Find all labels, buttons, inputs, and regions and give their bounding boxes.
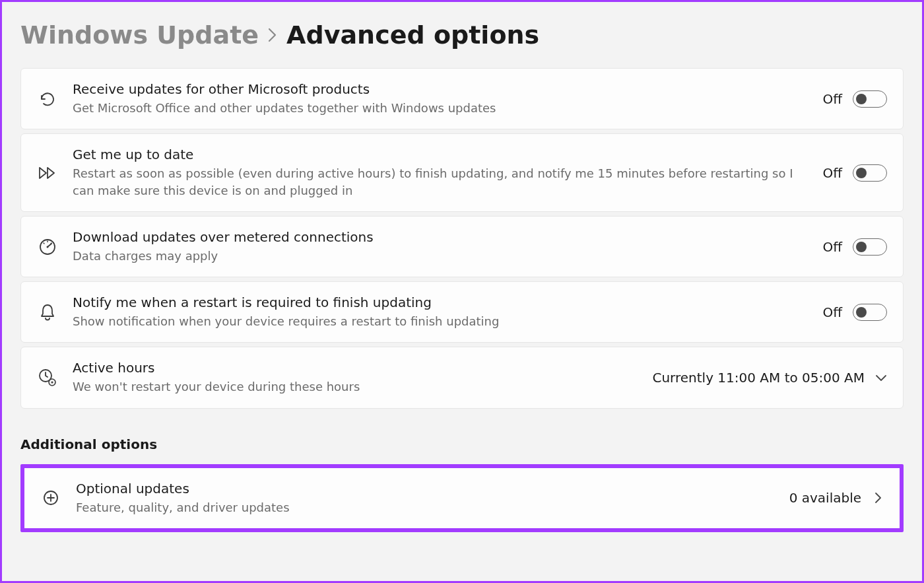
active-hours-value: Currently 11:00 AM to 05:00 AM xyxy=(652,370,865,386)
setting-title: Receive updates for other Microsoft prod… xyxy=(73,81,809,98)
bell-icon xyxy=(37,302,58,323)
setting-row-receive-updates: Receive updates for other Microsoft prod… xyxy=(20,68,904,129)
setting-row-get-up-to-date: Get me up to date Restart as soon as pos… xyxy=(20,133,904,212)
toggle-get-up-to-date[interactable] xyxy=(853,164,887,182)
plus-circle-icon xyxy=(40,487,61,508)
setting-description: Get Microsoft Office and other updates t… xyxy=(73,100,809,117)
section-heading-additional: Additional options xyxy=(20,436,904,452)
setting-title: Get me up to date xyxy=(73,146,809,164)
breadcrumb: Windows Update Advanced options xyxy=(20,20,904,50)
svg-point-4 xyxy=(51,382,53,384)
toggle-state-label: Off xyxy=(822,239,842,255)
gauge-icon xyxy=(37,236,58,257)
chevron-down-icon xyxy=(875,372,887,384)
fast-forward-icon xyxy=(37,162,58,184)
setting-description: Data charges may apply xyxy=(73,248,809,265)
setting-description: Restart as soon as possible (even during… xyxy=(73,165,809,199)
setting-row-metered: Download updates over metered connection… xyxy=(20,216,904,277)
chevron-right-icon xyxy=(872,492,884,504)
clock-gear-icon xyxy=(37,367,58,388)
highlight-frame: Optional updates Feature, quality, and d… xyxy=(20,464,904,532)
setting-title: Active hours xyxy=(73,359,639,377)
setting-description: Show notification when your device requi… xyxy=(73,313,809,330)
chevron-right-icon xyxy=(268,28,277,42)
toggle-state-label: Off xyxy=(822,165,842,181)
breadcrumb-parent-link[interactable]: Windows Update xyxy=(20,20,259,50)
setting-row-optional-updates[interactable]: Optional updates Feature, quality, and d… xyxy=(24,468,900,528)
setting-row-notify-restart: Notify me when a restart is required to … xyxy=(20,281,904,343)
toggle-receive-updates[interactable] xyxy=(853,90,887,108)
toggle-metered[interactable] xyxy=(853,238,887,256)
toggle-notify-restart[interactable] xyxy=(853,304,887,321)
page-title: Advanced options xyxy=(286,20,539,50)
optional-updates-count: 0 available xyxy=(789,490,861,506)
setting-title: Download updates over metered connection… xyxy=(73,228,809,246)
setting-row-active-hours[interactable]: Active hours We won't restart your devic… xyxy=(20,347,904,408)
history-icon xyxy=(37,88,58,110)
setting-description: We won't restart your device during thes… xyxy=(73,378,639,395)
toggle-state-label: Off xyxy=(822,91,842,107)
toggle-state-label: Off xyxy=(822,304,842,320)
setting-title: Notify me when a restart is required to … xyxy=(73,294,809,312)
svg-point-1 xyxy=(47,246,49,248)
setting-title: Optional updates xyxy=(76,480,776,498)
setting-description: Feature, quality, and driver updates xyxy=(76,499,776,516)
